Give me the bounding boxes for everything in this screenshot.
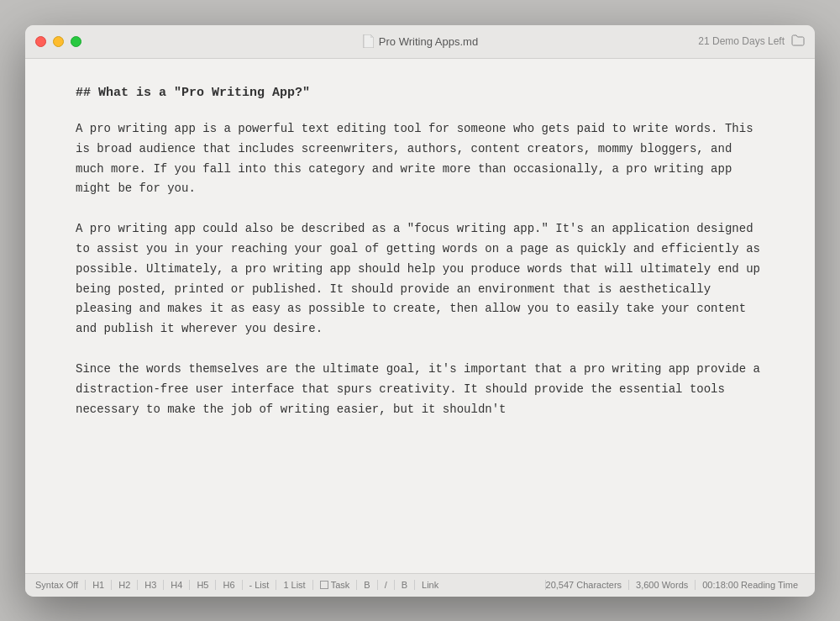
h3-button[interactable]: H3 [138,580,164,590]
task-button[interactable]: Task [313,580,358,590]
h2-button[interactable]: H2 [112,580,138,590]
list-button[interactable]: - List [243,580,277,590]
document-icon [362,34,374,48]
word-count: 3,600 Words [628,580,695,590]
num-list-button[interactable]: 1 List [276,580,312,590]
traffic-lights [35,36,81,47]
character-count: 20,547 Characters [545,580,629,590]
paragraph-3: Since the words themselves are the ultim… [76,360,764,419]
h4-button[interactable]: H4 [164,580,190,590]
maximize-button[interactable] [71,36,81,47]
folder-icon[interactable] [791,34,805,49]
app-window: Pro Writing Apps.md 21 Demo Days Left ##… [25,25,815,597]
titlebar-center: Pro Writing Apps.md [362,34,478,48]
bold2-button[interactable]: B [395,580,415,590]
bold-button[interactable]: B [357,580,377,590]
link-button[interactable]: Link [415,580,445,590]
paragraph-2: A pro writing app could also be describe… [76,219,764,339]
titlebar-right: 21 Demo Days Left [698,34,805,49]
paragraph-1: A pro writing app is a powerful text edi… [76,119,764,199]
h5-button[interactable]: H5 [190,580,216,590]
main-heading: ## What is a "Pro Writing App?" [76,84,764,103]
reading-time: 00:18:00 Reading Time [695,580,805,590]
content-area[interactable]: ## What is a "Pro Writing App?" A pro wr… [25,59,815,573]
task-checkbox-icon [320,581,328,589]
demo-days-label: 21 Demo Days Left [698,35,785,47]
minimize-button[interactable] [53,36,64,47]
window-title: Pro Writing Apps.md [379,35,478,48]
italic-button[interactable]: / [378,580,395,590]
close-button[interactable] [35,36,46,47]
statusbar: Syntax Off H1 H2 H3 H4 H5 H6 - List 1 Li… [25,573,815,597]
h6-button[interactable]: H6 [216,580,242,590]
titlebar: Pro Writing Apps.md 21 Demo Days Left [25,25,815,59]
syntax-off-label[interactable]: Syntax Off [35,580,86,590]
statusbar-right: 20,547 Characters 3,600 Words 00:18:00 R… [545,580,805,590]
h1-button[interactable]: H1 [86,580,112,590]
statusbar-left: Syntax Off H1 H2 H3 H4 H5 H6 - List 1 Li… [35,580,445,590]
